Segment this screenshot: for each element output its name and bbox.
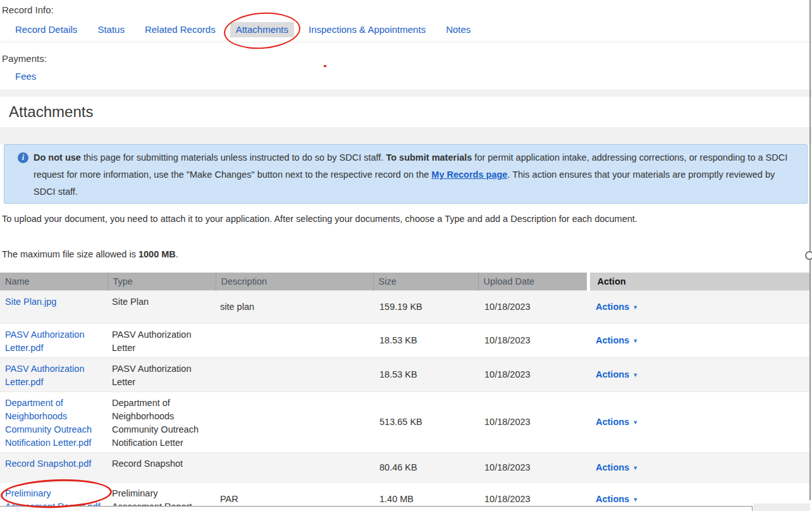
actions-menu-button[interactable]: Actions▼ — [596, 462, 638, 472]
description-cell — [216, 323, 373, 357]
divider-band — [0, 89, 812, 97]
divider — [0, 42, 812, 42]
description-cell — [216, 391, 373, 452]
tab-inspections-appointments[interactable]: Inspections & Appointments — [309, 22, 426, 37]
alert-bold-do-not-use: Do not use — [34, 152, 81, 163]
alert-text: this page for submitting materials unles… — [81, 152, 386, 163]
attachments-page: Record Info: Record Details Status Relat… — [0, 0, 812, 511]
actions-menu-button[interactable]: Actions▼ — [596, 335, 638, 345]
attachment-link[interactable]: Record Snapshot.pdf — [5, 459, 91, 469]
chevron-down-icon: ▼ — [632, 304, 638, 311]
record-info-section: Record Info: Record Details Status Relat… — [0, 0, 812, 89]
actions-label: Actions — [596, 302, 629, 312]
table-row: Department of Neighborhoods Community Ou… — [0, 391, 810, 452]
actions-menu-button[interactable]: Actions▼ — [596, 494, 638, 504]
info-icon: i — [18, 152, 28, 163]
chevron-down-icon: ▼ — [632, 419, 638, 426]
column-header-description: Description — [216, 273, 373, 290]
upload-date-cell: 10/18/2023 — [478, 452, 588, 482]
attachment-link[interactable]: Site Plan.jpg — [5, 297, 56, 307]
chevron-down-icon: ▼ — [632, 338, 638, 344]
tab-notes[interactable]: Notes — [446, 22, 471, 37]
max-size-suffix: . — [176, 249, 178, 259]
max-size-prefix: The maximum file size allowed is — [2, 249, 138, 259]
info-alert: i Do not use this page for submitting ma… — [4, 144, 808, 204]
horizontal-scrollbar-track[interactable] — [753, 503, 810, 511]
tab-record-details[interactable]: Record Details — [15, 22, 77, 37]
size-cell: 513.65 KB — [373, 391, 478, 452]
divider-band — [0, 127, 812, 144]
tab-status[interactable]: Status — [97, 22, 125, 37]
table-row: PASV Authorization Letter.pdf PASV Autho… — [0, 357, 810, 391]
upload-date-cell: 10/18/2023 — [478, 323, 588, 357]
table-header-row: Name Type Description Size Upload Date A… — [0, 273, 810, 290]
chevron-down-icon: ▼ — [632, 465, 638, 471]
description-cell: site plan — [216, 290, 373, 323]
description-cell — [216, 357, 373, 391]
max-size-value: 1000 MB — [138, 249, 176, 259]
record-info-tabs: Record Details Status Related Records At… — [0, 22, 812, 37]
table-row: Site Plan.jpg Site Plan site plan 159.19… — [0, 290, 810, 323]
upload-instructions: To upload your document, you need to att… — [0, 214, 812, 224]
size-cell: 18.53 KB — [373, 323, 478, 357]
type-cell: PASV Authorization Letter — [108, 323, 216, 357]
payments-label: Payments: — [0, 49, 812, 64]
page-right-border — [809, 0, 811, 500]
title-row: Attachments — [0, 97, 812, 127]
actions-label: Actions — [596, 335, 629, 345]
fees-link[interactable]: Fees — [15, 71, 36, 82]
horizontal-scrollbar-thumb[interactable] — [0, 506, 753, 511]
column-header-name: Name — [0, 273, 108, 290]
page-title: Attachments — [0, 97, 812, 121]
actions-menu-button[interactable]: Actions▼ — [596, 417, 638, 427]
type-cell: Department of Neighborhoods Community Ou… — [108, 391, 216, 452]
upload-date-cell: 10/18/2023 — [478, 290, 588, 323]
actions-menu-button[interactable]: Actions▼ — [596, 369, 638, 379]
column-header-action: Action — [588, 273, 810, 290]
table-row: Record Snapshot.pdf Record Snapshot 80.4… — [0, 452, 810, 482]
actions-label: Actions — [596, 462, 629, 472]
column-header-size: Size — [373, 273, 478, 290]
description-cell — [216, 452, 373, 482]
upload-date-cell: 10/18/2023 — [478, 357, 588, 391]
type-cell: Site Plan — [108, 290, 216, 323]
my-records-page-link[interactable]: My Records page — [431, 169, 507, 180]
size-cell: 18.53 KB — [373, 357, 478, 391]
column-header-upload-date: Upload Date — [478, 273, 588, 290]
actions-label: Actions — [596, 417, 629, 427]
actions-menu-button[interactable]: Actions▼ — [596, 302, 638, 312]
table-row: PASV Authorization Letter.pdf PASV Autho… — [0, 323, 810, 357]
type-cell: Record Snapshot — [108, 452, 216, 482]
alert-bold-submit-materials: To submit materials — [386, 152, 472, 163]
size-cell: 159.19 KB — [373, 290, 478, 323]
attachment-link[interactable]: PASV Authorization Letter.pdf — [5, 329, 84, 353]
resize-handle[interactable] — [805, 251, 812, 260]
attachment-link[interactable]: PASV Authorization Letter.pdf — [5, 364, 84, 387]
tab-related-records[interactable]: Related Records — [145, 22, 216, 37]
column-header-type: Type — [108, 273, 216, 290]
chevron-down-icon: ▼ — [632, 496, 638, 503]
record-info-label: Record Info: — [0, 0, 812, 15]
annotation-red-dot — [324, 65, 326, 67]
attachments-table: Name Type Description Size Upload Date A… — [0, 273, 810, 511]
actions-label: Actions — [596, 494, 629, 504]
actions-label: Actions — [596, 369, 629, 379]
type-cell: PASV Authorization Letter — [108, 357, 216, 391]
max-file-size-note: The maximum file size allowed is 1000 MB… — [0, 250, 812, 259]
upload-date-cell: 10/18/2023 — [478, 391, 588, 452]
size-cell: 80.46 KB — [373, 452, 478, 482]
chevron-down-icon: ▼ — [632, 372, 638, 378]
attachment-link[interactable]: Department of Neighborhoods Community Ou… — [5, 398, 92, 448]
